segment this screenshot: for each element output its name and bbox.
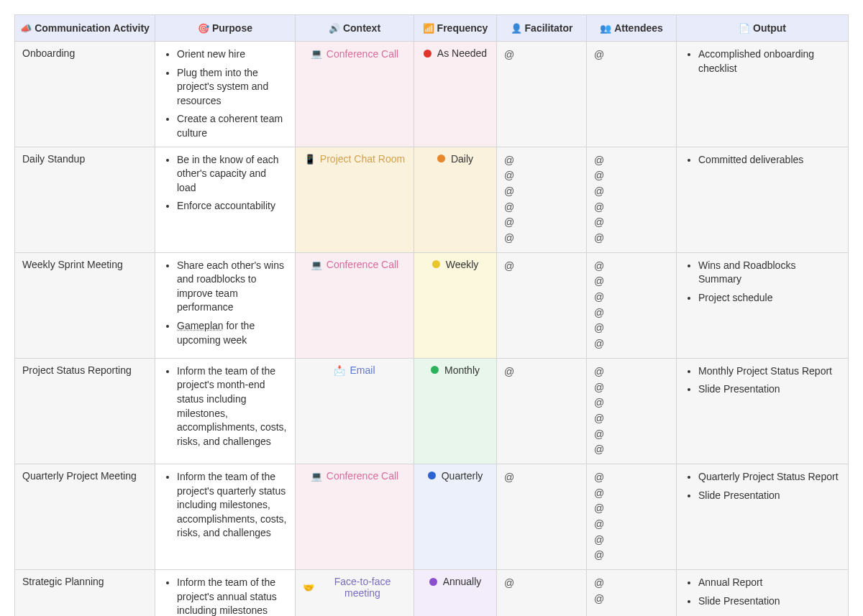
mention-placeholder[interactable]: @ bbox=[504, 200, 579, 216]
mention-placeholder[interactable]: @ bbox=[504, 364, 579, 380]
context-label: Conference Call bbox=[327, 259, 398, 270]
mention-placeholder[interactable]: @ bbox=[594, 427, 669, 443]
mention-placeholder[interactable]: @ bbox=[594, 501, 669, 517]
mention-placeholder[interactable]: @ bbox=[594, 259, 669, 275]
context-cell: 📱Project Chat Room bbox=[296, 147, 414, 252]
header-output: 📄Output bbox=[677, 15, 849, 42]
purpose-item: Gameplan for the upcoming week bbox=[177, 319, 288, 347]
purpose-item: Inform the team of the project's annual … bbox=[177, 576, 288, 616]
mention-placeholder[interactable]: @ bbox=[594, 592, 669, 607]
mention-placeholder[interactable]: @ bbox=[594, 548, 669, 564]
face-icon: 🤝 bbox=[303, 582, 314, 593]
mention-placeholder[interactable]: @ bbox=[594, 215, 669, 231]
header-activity: 📣Communication Activity bbox=[15, 15, 155, 42]
frequency-label: Monthly bbox=[444, 364, 480, 376]
facilitator-cell: @ bbox=[497, 464, 587, 569]
mention-placeholder[interactable]: @ bbox=[504, 47, 579, 63]
output-item: Slide Presentation bbox=[698, 382, 841, 397]
mention-placeholder[interactable]: @ bbox=[594, 305, 669, 321]
mention-placeholder[interactable]: @ bbox=[594, 364, 669, 380]
mention-placeholder[interactable]: @ bbox=[594, 153, 669, 169]
mention-placeholder[interactable]: @ bbox=[594, 517, 669, 533]
header-context: 🔊Context bbox=[296, 15, 414, 42]
mention-placeholder[interactable]: @ bbox=[504, 231, 579, 247]
mention-placeholder[interactable]: @ bbox=[504, 576, 579, 592]
conference-icon: 💻 bbox=[311, 471, 322, 482]
mention-placeholder[interactable]: @ bbox=[594, 290, 669, 305]
output-cell: Committed deliverables bbox=[677, 147, 849, 252]
table-row: Quarterly Project MeetingInform the team… bbox=[15, 464, 849, 569]
mention-placeholder[interactable]: @ bbox=[594, 321, 669, 336]
mention-placeholder[interactable]: @ bbox=[594, 442, 669, 458]
mention-placeholder[interactable]: @ bbox=[504, 259, 579, 275]
mention-placeholder[interactable]: @ bbox=[504, 470, 579, 486]
mention-placeholder[interactable]: @ bbox=[504, 153, 579, 169]
attendees-cell: @@ bbox=[587, 570, 677, 616]
megaphone-icon: 📣 bbox=[20, 23, 32, 34]
purpose-cell: Inform the team of the project's month-e… bbox=[155, 358, 296, 464]
attendees-cell: @@@@@@ bbox=[587, 252, 677, 358]
frequency-dot-icon bbox=[437, 155, 445, 162]
mention-placeholder[interactable]: @ bbox=[594, 395, 669, 411]
context-label: Conference Call bbox=[327, 470, 398, 482]
table-row: Strategic PlanningInform the team of the… bbox=[15, 570, 849, 616]
activity-cell: Weekly Sprint Meeting bbox=[15, 252, 155, 358]
activity-cell: Quarterly Project Meeting bbox=[15, 464, 155, 569]
table-row: OnboardingOrient new hirePlug them into … bbox=[15, 42, 849, 147]
mention-placeholder[interactable]: @ bbox=[594, 184, 669, 200]
header-frequency: 📶Frequency bbox=[414, 15, 497, 42]
mention-placeholder[interactable]: @ bbox=[594, 380, 669, 396]
attendees-cell: @@@@@@ bbox=[587, 464, 677, 569]
target-icon: 🎯 bbox=[198, 23, 209, 34]
purpose-item: Share each other's wins and roadblocks t… bbox=[177, 259, 288, 315]
mention-placeholder[interactable]: @ bbox=[594, 336, 669, 352]
purpose-item: Plug them into the project's system and … bbox=[177, 66, 288, 109]
context-cell: 💻Conference Call bbox=[296, 42, 414, 147]
context-label: Email bbox=[350, 364, 375, 376]
people-icon: 👥 bbox=[600, 23, 611, 34]
output-item: Quarterly Project Status Report bbox=[698, 470, 841, 484]
mention-placeholder[interactable]: @ bbox=[504, 168, 579, 184]
mention-placeholder[interactable]: @ bbox=[594, 486, 669, 502]
communication-plan-table: 📣Communication Activity 🎯Purpose 🔊Contex… bbox=[14, 14, 849, 616]
header-attendees: 👥Attendees bbox=[587, 15, 677, 42]
context-label: Face-to-face meeting bbox=[319, 576, 406, 599]
mention-placeholder[interactable]: @ bbox=[594, 274, 669, 290]
purpose-item: Inform the team of the project's month-e… bbox=[177, 364, 288, 449]
purpose-cell: Share each other's wins and roadblocks t… bbox=[155, 252, 296, 358]
frequency-label: Quarterly bbox=[442, 470, 483, 482]
attendees-cell: @@@@@@ bbox=[587, 147, 677, 252]
conference-icon: 💻 bbox=[311, 48, 322, 59]
output-cell: Quarterly Project Status ReportSlide Pre… bbox=[677, 464, 849, 569]
mention-placeholder[interactable]: @ bbox=[594, 411, 669, 427]
mention-placeholder[interactable]: @ bbox=[594, 576, 669, 592]
mention-placeholder[interactable]: @ bbox=[504, 184, 579, 200]
mention-placeholder[interactable]: @ bbox=[504, 215, 579, 231]
email-icon: 📩 bbox=[334, 365, 345, 376]
output-item: Annual Report bbox=[698, 576, 841, 590]
frequency-label: As Needed bbox=[437, 47, 487, 59]
attendees-cell: @ bbox=[587, 42, 677, 147]
mention-placeholder[interactable]: @ bbox=[594, 533, 669, 548]
purpose-cell: Inform the team of the project's quarter… bbox=[155, 464, 296, 569]
purpose-cell: Inform the team of the project's annual … bbox=[155, 570, 296, 616]
facilitator-cell: @ bbox=[497, 570, 587, 616]
output-item: Wins and Roadblocks Summary bbox=[698, 259, 841, 287]
output-item: Slide Presentation bbox=[698, 594, 841, 609]
facilitator-cell: @ bbox=[497, 358, 587, 464]
context-label: Conference Call bbox=[327, 48, 398, 60]
activity-cell: Strategic Planning bbox=[15, 570, 155, 616]
mention-placeholder[interactable]: @ bbox=[594, 231, 669, 247]
mention-placeholder[interactable]: @ bbox=[594, 168, 669, 184]
mention-placeholder[interactable]: @ bbox=[594, 47, 669, 63]
frequency-cell: Quarterly bbox=[414, 464, 497, 569]
mention-placeholder[interactable]: @ bbox=[594, 470, 669, 486]
purpose-item: Inform the team of the project's quarter… bbox=[177, 470, 288, 541]
frequency-cell: As Needed bbox=[414, 42, 497, 147]
purpose-cell: Orient new hirePlug them into the projec… bbox=[155, 42, 296, 147]
purpose-cell: Be in the know of each other's capacity … bbox=[155, 147, 296, 252]
frequency-cell: Monthly bbox=[414, 358, 497, 464]
output-cell: Wins and Roadblocks SummaryProject sched… bbox=[677, 252, 849, 358]
mention-placeholder[interactable]: @ bbox=[594, 200, 669, 216]
conference-icon: 💻 bbox=[311, 259, 322, 270]
